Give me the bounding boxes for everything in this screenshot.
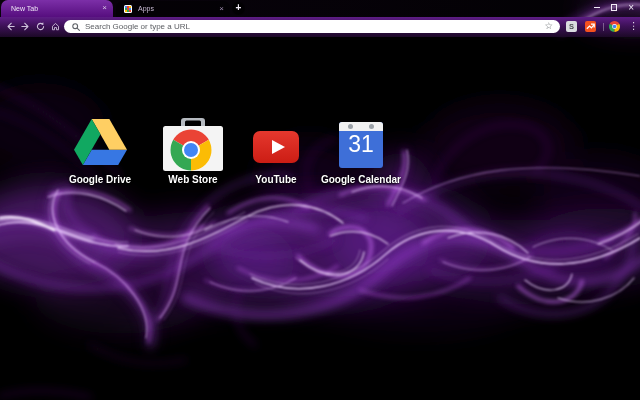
web-store-icon: [162, 117, 224, 176]
address-bar[interactable]: Search Google or type a URL ☆: [64, 20, 560, 33]
bookmark-star-icon[interactable]: ☆: [544, 20, 553, 33]
address-placeholder: Search Google or type a URL: [85, 20, 190, 33]
calendar-day: 31: [339, 131, 383, 158]
google-drive-icon: [74, 117, 127, 169]
google-calendar-icon: 31: [339, 122, 383, 168]
youtube-icon: [253, 131, 299, 163]
purple-smoke-wallpaper: [0, 0, 640, 400]
menu-icon[interactable]: ⋮: [629, 19, 639, 33]
tab-apps[interactable]: Apps ×: [116, 1, 230, 17]
close-window-icon[interactable]: ×: [628, 1, 634, 14]
extension-trend-icon[interactable]: [585, 21, 596, 32]
tab-new-tab[interactable]: New Tab ×: [1, 0, 113, 17]
tab-close-icon[interactable]: ×: [219, 1, 224, 16]
tab-title: New Tab: [11, 0, 38, 17]
search-icon: [72, 23, 80, 31]
minimize-icon[interactable]: [594, 7, 600, 8]
play-icon: [272, 140, 285, 154]
window-controls: ×: [594, 0, 634, 15]
maximize-icon[interactable]: [611, 4, 618, 11]
tab-close-icon[interactable]: ×: [102, 0, 107, 16]
browser-window: New Tab × Apps × + ×: [0, 0, 640, 400]
tab-title: Apps: [138, 1, 154, 16]
chrome-profile-icon[interactable]: [609, 21, 620, 32]
extension-s-icon[interactable]: S: [566, 21, 577, 32]
apps-favicon-icon: [124, 5, 132, 13]
toolbar-separator: [603, 23, 604, 31]
forward-icon[interactable]: [21, 22, 30, 31]
shortcut-google-calendar[interactable]: 31 Google Calendar: [306, 117, 416, 189]
browser-toolbar: Search Google or type a URL ☆ S ⋮: [0, 17, 640, 37]
tab-strip: New Tab × Apps × + ×: [0, 0, 640, 17]
shortcut-label: Google Calendar: [296, 174, 426, 185]
new-tab-button[interactable]: +: [232, 2, 245, 15]
reload-icon[interactable]: [36, 22, 45, 31]
back-icon[interactable]: [6, 22, 15, 31]
home-icon[interactable]: [51, 22, 60, 31]
